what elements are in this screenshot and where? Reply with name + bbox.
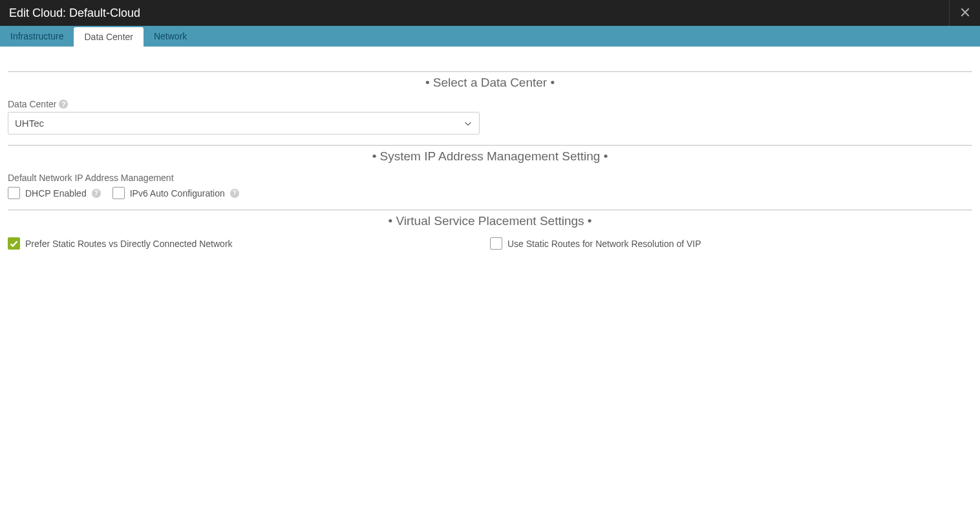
tab-network[interactable]: Network [144, 26, 197, 47]
ipam-checkbox-row: DHCP Enabled ? IPv6 Auto Configuration ? [8, 187, 972, 199]
use-static-routes-vip-checkbox[interactable]: Use Static Routes for Network Resolution… [490, 237, 972, 250]
tab-label: Infrastructure [10, 31, 63, 41]
tab-data-center[interactable]: Data Center [74, 27, 143, 47]
select-value: UHTec [15, 118, 44, 129]
checkbox-label: Prefer Static Routes vs Directly Connect… [25, 239, 233, 249]
data-center-select[interactable]: UHTec [8, 112, 480, 134]
vsp-row: Prefer Static Routes vs Directly Connect… [8, 237, 972, 250]
label-text: Data Center [8, 99, 56, 109]
checkbox-box [112, 187, 125, 199]
section-header-select-dc: • Select a Data Center • [8, 71, 972, 90]
tab-label: Network [154, 31, 187, 41]
chevron-down-icon [463, 119, 473, 128]
checkbox-box [8, 237, 20, 250]
tab-label: Data Center [84, 32, 133, 42]
close-button[interactable] [949, 0, 980, 26]
checkbox-label: IPv6 Auto Configuration [130, 188, 225, 199]
modal-content: • Select a Data Center • Data Center ? U… [0, 47, 980, 257]
help-icon[interactable]: ? [230, 189, 239, 198]
checkbox-label: Use Static Routes for Network Resolution… [507, 239, 701, 249]
checkbox-label: DHCP Enabled [25, 188, 87, 199]
checkbox-box [490, 237, 502, 250]
prefer-static-routes-checkbox[interactable]: Prefer Static Routes vs Directly Connect… [8, 237, 490, 250]
help-icon[interactable]: ? [59, 100, 68, 109]
data-center-label: Data Center ? [8, 99, 972, 109]
section-header-ipam: • System IP Address Management Setting • [8, 145, 972, 164]
checkbox-box [8, 187, 20, 199]
section-header-vsp: • Virtual Service Placement Settings • [8, 210, 972, 228]
ipv6-auto-config-checkbox[interactable]: IPv6 Auto Configuration ? [112, 187, 239, 199]
tab-bar: Infrastructure Data Center Network [0, 26, 980, 47]
help-icon[interactable]: ? [92, 189, 101, 198]
tab-infrastructure[interactable]: Infrastructure [0, 26, 74, 47]
modal-title: Edit Cloud: Default-Cloud [9, 0, 140, 26]
modal-titlebar: Edit Cloud: Default-Cloud [0, 0, 980, 26]
dhcp-enabled-checkbox[interactable]: DHCP Enabled ? [8, 187, 101, 199]
close-icon [961, 0, 970, 26]
ipam-sublabel: Default Network IP Address Management [8, 173, 972, 183]
